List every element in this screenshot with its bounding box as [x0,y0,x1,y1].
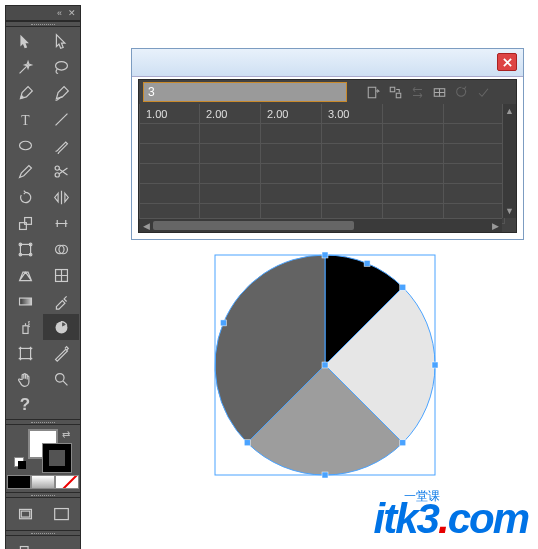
data-cell[interactable] [444,164,505,184]
scroll-track[interactable] [503,118,516,204]
data-cell[interactable]: 2.00 [261,104,322,124]
anchor-point[interactable] [322,252,328,258]
data-cell[interactable] [383,164,444,184]
free-transform-tool[interactable] [7,236,43,262]
pie-chart[interactable] [210,250,440,480]
stroke-color-box[interactable] [42,443,72,473]
data-cell[interactable] [261,184,322,204]
scroll-track[interactable] [153,219,488,232]
data-cell[interactable] [139,164,200,184]
anchor-point[interactable] [432,362,438,368]
data-cell[interactable] [322,164,383,184]
anchor-point[interactable] [400,284,406,290]
scroll-thumb[interactable] [153,221,354,230]
data-cell[interactable] [261,164,322,184]
revert-icon[interactable] [450,81,472,103]
swatch-none[interactable] [55,475,79,489]
import-data-icon[interactable] [362,81,384,103]
type-tool[interactable]: T [7,106,43,132]
data-cell[interactable] [383,104,444,124]
anchor-point[interactable] [244,440,250,446]
data-cell[interactable] [200,164,261,184]
scissors-tool[interactable] [43,158,79,184]
data-cell[interactable] [383,124,444,144]
change-doc-button[interactable] [7,539,43,549]
data-cell[interactable] [200,184,261,204]
data-cell[interactable] [322,124,383,144]
eyedropper-tool[interactable] [43,288,79,314]
symbol-sprayer-tool[interactable] [7,314,43,340]
vertical-scrollbar[interactable]: ▲ ▼ [502,104,516,218]
default-fill-stroke-icon[interactable] [14,457,26,469]
data-grid[interactable]: 1.002.002.003.00 [139,104,516,224]
data-cell[interactable]: 2.00 [200,104,261,124]
rotate-tool[interactable] [7,184,43,210]
anchor-point[interactable] [220,320,226,326]
presentation-mode[interactable] [43,501,79,527]
data-cell[interactable] [322,184,383,204]
cell-style-icon[interactable] [428,81,450,103]
swap-fill-stroke-icon[interactable]: ⇄ [62,429,70,440]
swatch-gradient[interactable] [31,475,55,489]
pie-graph-tool[interactable] [43,314,79,340]
cell-input[interactable]: 3 [143,82,347,102]
data-cell[interactable] [444,184,505,204]
pencil-tool[interactable] [7,158,43,184]
slice-tool[interactable] [43,340,79,366]
data-cell[interactable] [322,144,383,164]
window-close-button[interactable] [497,53,517,71]
ellipse-tool[interactable] [7,132,43,158]
paintbrush-tool[interactable] [43,132,79,158]
direct-selection-tool[interactable] [43,28,79,54]
magic-wand-tool[interactable] [7,54,43,80]
transpose-icon[interactable] [384,81,406,103]
scroll-up-icon[interactable]: ▲ [503,104,516,118]
gradient-tool[interactable] [7,288,43,314]
line-segment-tool[interactable] [43,106,79,132]
data-cell[interactable] [139,124,200,144]
data-cell[interactable] [261,124,322,144]
data-cell[interactable] [383,144,444,164]
curvature-tool[interactable] [43,80,79,106]
apply-icon[interactable] [472,81,494,103]
scale-tool[interactable] [7,210,43,236]
data-cell[interactable]: 1.00 [139,104,200,124]
shape-builder-tool[interactable] [43,236,79,262]
data-cell[interactable] [200,144,261,164]
data-cell[interactable]: 3.00 [322,104,383,124]
data-cell[interactable] [200,124,261,144]
perspective-grid-tool[interactable] [7,262,43,288]
anchor-point[interactable] [322,472,328,478]
help-tool[interactable]: ? [7,392,43,418]
data-cell[interactable] [139,184,200,204]
mesh-tool[interactable] [43,262,79,288]
anchor-point[interactable] [400,440,406,446]
hand-tool[interactable] [7,366,43,392]
anchor-point[interactable] [322,362,328,368]
switch-xy-icon[interactable] [406,81,428,103]
window-titlebar[interactable] [132,49,523,77]
zoom-tool[interactable] [43,366,79,392]
artboard-tool[interactable] [7,340,43,366]
close-panel-icon[interactable]: ✕ [68,9,76,18]
scroll-right-icon[interactable]: ▶ [488,219,502,232]
pen-tool[interactable] [7,80,43,106]
data-cell[interactable] [261,144,322,164]
close-icon [503,58,512,67]
scroll-down-icon[interactable]: ▼ [503,204,516,218]
swatch-color[interactable] [7,475,31,489]
selection-tool[interactable] [7,28,43,54]
scroll-left-icon[interactable]: ◀ [139,219,153,232]
collapse-icon[interactable]: « [57,9,62,18]
width-tool[interactable] [43,210,79,236]
data-cell[interactable] [139,144,200,164]
data-cell[interactable] [444,144,505,164]
horizontal-scrollbar[interactable]: ◀ ▶ [139,218,502,232]
data-cell[interactable] [444,104,505,124]
anchor-point[interactable] [364,260,370,266]
lasso-tool[interactable] [43,54,79,80]
reflect-tool[interactable] [43,184,79,210]
normal-screen-mode[interactable] [7,501,43,527]
data-cell[interactable] [444,124,505,144]
data-cell[interactable] [383,184,444,204]
